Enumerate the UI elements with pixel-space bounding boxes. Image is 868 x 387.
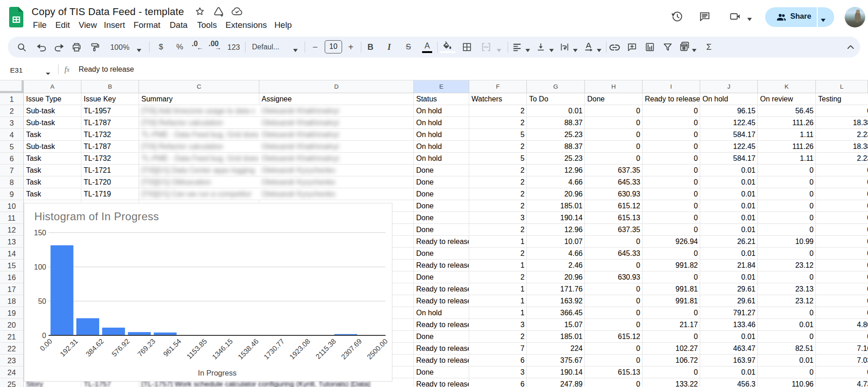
svg-text:1153.85: 1153.85 — [185, 337, 209, 360]
svg-text:1730.77: 1730.77 — [262, 337, 286, 361]
svg-text:150: 150 — [34, 229, 46, 237]
svg-text:0.00: 0.00 — [38, 337, 54, 353]
svg-text:576.92: 576.92 — [110, 337, 131, 358]
svg-text:1538.46: 1538.46 — [236, 337, 260, 361]
svg-text:0: 0 — [42, 332, 46, 339]
svg-text:In Progress: In Progress — [198, 369, 236, 377]
svg-text:192.31: 192.31 — [59, 337, 80, 358]
svg-text:769.23: 769.23 — [136, 337, 157, 358]
svg-text:Histogram of In Progress: Histogram of In Progress — [34, 210, 159, 223]
svg-text:2115.38: 2115.38 — [314, 337, 338, 360]
svg-text:2500.00: 2500.00 — [365, 337, 389, 361]
svg-text:50: 50 — [38, 297, 46, 305]
svg-text:384.62: 384.62 — [84, 337, 105, 358]
svg-text:2307.69: 2307.69 — [339, 337, 363, 361]
svg-text:100: 100 — [34, 263, 46, 271]
svg-text:1346.15: 1346.15 — [210, 337, 234, 361]
svg-text:961.54: 961.54 — [162, 337, 183, 358]
svg-text:1923.08: 1923.08 — [288, 337, 312, 361]
